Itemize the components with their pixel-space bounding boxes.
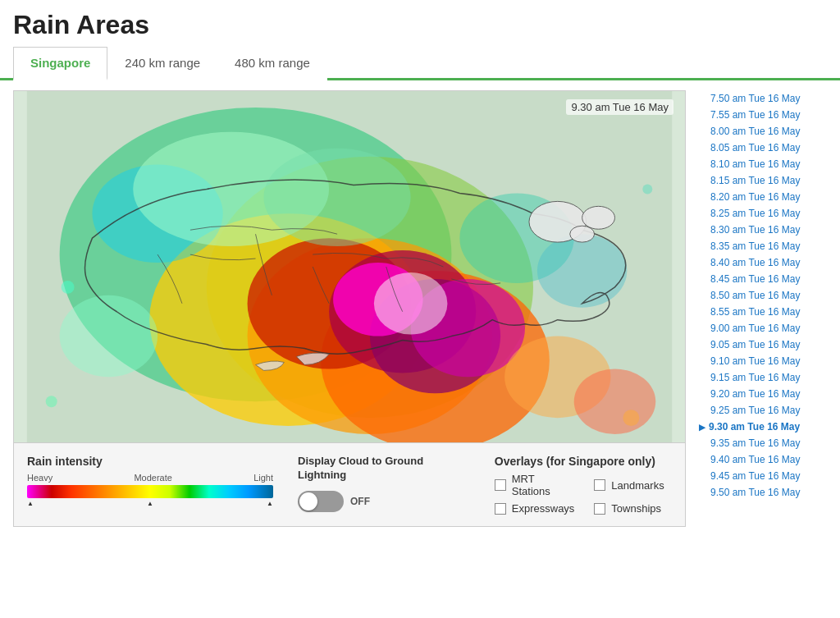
timeline-item[interactable]: 9.40 am Tue 16 May: [696, 451, 824, 468]
timeline-item[interactable]: 9.00 am Tue 16 May: [696, 320, 824, 336]
timeline-time: 8.00 am Tue 16 May: [710, 126, 800, 137]
timeline-item[interactable]: 8.25 am Tue 16 May: [696, 205, 824, 222]
timeline-time: 8.15 am Tue 16 May: [710, 175, 800, 186]
toggle-title: Display Cloud to Ground Lightning: [298, 455, 470, 483]
svg-point-11: [374, 272, 448, 335]
timeline-time: 8.50 am Tue 16 May: [710, 290, 800, 301]
timeline-item[interactable]: 8.00 am Tue 16 May: [696, 123, 824, 140]
timeline-time: 8.35 am Tue 16 May: [710, 240, 800, 252]
label-light: Light: [253, 473, 273, 483]
toggle-switch[interactable]: OFF: [298, 491, 470, 512]
timeline-item[interactable]: 9.25 am Tue 16 May: [696, 402, 824, 419]
overlay-mrt-stations[interactable]: MRT Stations: [495, 473, 575, 497]
toggle-state: OFF: [350, 496, 370, 507]
timeline-time: 8.45 am Tue 16 May: [710, 273, 800, 285]
intensity-title: Rain intensity: [27, 455, 273, 468]
timeline-time: 8.30 am Tue 16 May: [710, 224, 800, 236]
intensity-legend: Rain intensity Heavy Moderate Light: [27, 455, 273, 507]
timeline-item[interactable]: 9.05 am Tue 16 May: [696, 336, 824, 353]
svg-point-25: [623, 410, 639, 426]
timeline-item[interactable]: 8.35 am Tue 16 May: [696, 238, 824, 254]
tab-240km[interactable]: 240 km range: [107, 47, 217, 80]
checkbox-townships[interactable]: [594, 503, 605, 515]
svg-point-26: [46, 396, 57, 407]
timeline-time: 9.05 am Tue 16 May: [710, 339, 800, 350]
map-container: 9.30 am Tue 16 May: [13, 90, 686, 443]
overlay-townships-label: Townships: [611, 502, 661, 515]
tabs-bar: Singapore 240 km range 480 km range: [0, 47, 840, 80]
svg-point-19: [263, 149, 410, 246]
svg-point-23: [62, 281, 75, 294]
timeline-time: 9.20 am Tue 16 May: [710, 388, 800, 400]
timeline-item[interactable]: 7.50 am Tue 16 May: [696, 90, 824, 107]
timeline-item[interactable]: 8.40 am Tue 16 May: [696, 254, 824, 271]
timeline-item[interactable]: 9.15 am Tue 16 May: [696, 369, 824, 386]
label-heavy: Heavy: [27, 473, 52, 483]
overlays-title: Overlays (for Singapore only): [495, 455, 672, 468]
timeline-time: 8.05 am Tue 16 May: [710, 142, 800, 153]
timeline-item[interactable]: 8.45 am Tue 16 May: [696, 271, 824, 287]
timeline-item[interactable]: ▶9.30 am Tue 16 May: [696, 419, 824, 435]
timeline-item[interactable]: 8.30 am Tue 16 May: [696, 222, 824, 238]
overlay-townships[interactable]: Townships: [594, 502, 672, 515]
page-header: Rain Areas: [0, 0, 840, 47]
intensity-arrows: [27, 500, 273, 507]
timeline-time: 9.40 am Tue 16 May: [710, 454, 800, 465]
overlays-section: Overlays (for Singapore only) MRT Statio…: [495, 455, 672, 515]
timeline-time: 9.30 am Tue 16 May: [709, 421, 800, 433]
timeline-item[interactable]: 9.50 am Tue 16 May: [696, 484, 824, 501]
overlay-expressways[interactable]: Expressways: [495, 502, 575, 515]
svg-point-17: [574, 369, 656, 434]
svg-point-24: [642, 184, 652, 194]
timeline-time: 8.40 am Tue 16 May: [710, 257, 800, 268]
timeline-time: 9.25 am Tue 16 May: [710, 405, 800, 416]
overlays-grid: MRT Stations Landmarks Expressways Towns…: [495, 473, 672, 515]
toggle-track[interactable]: [298, 491, 344, 512]
timeline-item[interactable]: 8.55 am Tue 16 May: [696, 304, 824, 320]
timeline-item[interactable]: 9.20 am Tue 16 May: [696, 386, 824, 402]
timeline-time: 8.10 am Tue 16 May: [710, 158, 800, 170]
timeline-item[interactable]: 8.50 am Tue 16 May: [696, 287, 824, 304]
intensity-labels: Heavy Moderate Light: [27, 473, 273, 483]
tab-480km[interactable]: 480 km range: [217, 47, 327, 80]
checkbox-expressways[interactable]: [495, 503, 506, 515]
overlay-mrt-label: MRT Stations: [512, 473, 575, 497]
checkbox-landmarks[interactable]: [594, 479, 605, 491]
overlay-landmarks[interactable]: Landmarks: [594, 473, 672, 497]
timeline-time: 9.50 am Tue 16 May: [710, 487, 800, 498]
timeline-time: 8.20 am Tue 16 May: [710, 191, 800, 203]
timeline-item[interactable]: 7.55 am Tue 16 May: [696, 107, 824, 123]
timeline-time: 7.55 am Tue 16 May: [710, 109, 800, 121]
timeline-time: 9.45 am Tue 16 May: [710, 470, 800, 482]
arrow-light: [267, 500, 273, 507]
left-panel: 9.30 am Tue 16 May Rain intensity Heavy …: [13, 90, 686, 527]
timeline-item[interactable]: 8.15 am Tue 16 May: [696, 172, 824, 189]
page-title: Rain Areas: [13, 10, 827, 40]
arrow-moderate: [147, 500, 153, 507]
timeline-time: 8.55 am Tue 16 May: [710, 306, 800, 318]
timeline-time: 9.35 am Tue 16 May: [710, 437, 800, 449]
svg-point-22: [570, 226, 595, 242]
timeline-item[interactable]: 9.10 am Tue 16 May: [696, 353, 824, 369]
map-timestamp: 9.30 am Tue 16 May: [566, 99, 673, 115]
overlay-expressways-label: Expressways: [512, 502, 575, 515]
svg-point-15: [60, 295, 158, 378]
timeline-panel: 7.50 am Tue 16 May7.55 am Tue 16 May8.00…: [696, 90, 827, 527]
tab-singapore[interactable]: Singapore: [13, 47, 107, 80]
legend-panel: Rain intensity Heavy Moderate Light Disp…: [13, 443, 686, 527]
timeline-item[interactable]: 9.45 am Tue 16 May: [696, 468, 824, 484]
timeline-time: 7.50 am Tue 16 May: [710, 93, 800, 104]
timeline-time: 9.10 am Tue 16 May: [710, 355, 800, 367]
checkbox-mrt[interactable]: [495, 479, 506, 491]
timeline-item[interactable]: 8.05 am Tue 16 May: [696, 140, 824, 156]
intensity-bar: [27, 485, 273, 498]
timeline-time: 9.00 am Tue 16 May: [710, 323, 800, 334]
timeline-item[interactable]: 8.10 am Tue 16 May: [696, 156, 824, 172]
svg-point-14: [537, 234, 627, 308]
label-moderate: Moderate: [134, 473, 171, 483]
lightning-toggle-section: Display Cloud to Ground Lightning OFF: [298, 455, 470, 512]
timeline-item[interactable]: 8.20 am Tue 16 May: [696, 189, 824, 205]
svg-point-21: [582, 206, 615, 229]
timeline-item[interactable]: 9.35 am Tue 16 May: [696, 435, 824, 451]
timeline-time: 9.15 am Tue 16 May: [710, 372, 800, 383]
